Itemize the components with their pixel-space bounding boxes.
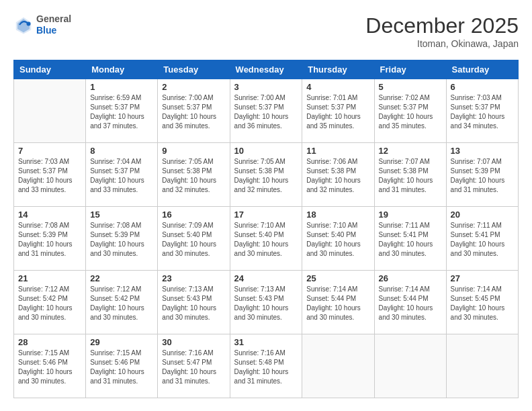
day-info: Sunrise: 7:12 AMSunset: 5:42 PMDaylight:… [90, 285, 153, 322]
location: Itoman, Okinawa, Japan [365, 38, 519, 49]
day-number: 11 [306, 146, 369, 156]
weekday-header-tuesday: Tuesday [158, 60, 230, 79]
day-info: Sunrise: 7:14 AMSunset: 5:45 PMDaylight:… [451, 285, 514, 322]
day-number: 5 [379, 82, 442, 92]
day-info: Sunrise: 7:15 AMSunset: 5:46 PMDaylight:… [18, 349, 81, 386]
day-number: 13 [451, 146, 514, 156]
week-row-5: 28Sunrise: 7:15 AMSunset: 5:46 PMDayligh… [14, 334, 519, 398]
calendar-cell: 12Sunrise: 7:07 AMSunset: 5:38 PMDayligh… [374, 143, 446, 207]
day-info: Sunrise: 7:11 AMSunset: 5:41 PMDaylight:… [379, 221, 442, 259]
day-number: 21 [18, 273, 81, 283]
day-info: Sunrise: 7:12 AMSunset: 5:42 PMDaylight:… [18, 285, 81, 322]
week-row-4: 21Sunrise: 7:12 AMSunset: 5:42 PMDayligh… [14, 271, 519, 334]
calendar-cell: 30Sunrise: 7:16 AMSunset: 5:47 PMDayligh… [158, 334, 230, 398]
calendar-cell: 24Sunrise: 7:13 AMSunset: 5:43 PMDayligh… [230, 271, 302, 334]
calendar-cell: 25Sunrise: 7:14 AMSunset: 5:44 PMDayligh… [302, 271, 374, 334]
day-number: 28 [18, 337, 81, 347]
day-number: 24 [234, 273, 298, 283]
day-number: 31 [234, 337, 298, 347]
day-number: 2 [162, 82, 225, 92]
title-section: December 2025 Itoman, Okinawa, Japan [365, 13, 519, 49]
day-number: 22 [90, 273, 153, 283]
day-number: 4 [306, 82, 369, 92]
day-info: Sunrise: 7:16 AMSunset: 5:47 PMDaylight:… [162, 349, 225, 386]
day-info: Sunrise: 7:04 AMSunset: 5:37 PMDaylight:… [90, 157, 153, 195]
calendar: SundayMondayTuesdayWednesdayThursdayFrid… [13, 60, 519, 398]
day-number: 7 [18, 146, 81, 156]
day-number: 23 [162, 273, 225, 283]
day-info: Sunrise: 7:15 AMSunset: 5:46 PMDaylight:… [90, 349, 153, 386]
day-info: Sunrise: 7:07 AMSunset: 5:38 PMDaylight:… [379, 157, 442, 195]
day-info: Sunrise: 7:16 AMSunset: 5:48 PMDaylight:… [234, 349, 298, 386]
calendar-cell: 7Sunrise: 7:03 AMSunset: 5:37 PMDaylight… [14, 143, 86, 207]
day-info: Sunrise: 7:11 AMSunset: 5:41 PMDaylight:… [451, 221, 514, 259]
logo-general-text: General [36, 13, 71, 25]
svg-point-2 [27, 21, 31, 26]
calendar-cell [446, 334, 518, 398]
day-info: Sunrise: 7:00 AMSunset: 5:37 PMDaylight:… [234, 93, 298, 131]
day-number: 10 [234, 146, 298, 156]
day-info: Sunrise: 7:05 AMSunset: 5:38 PMDaylight:… [234, 157, 298, 195]
calendar-cell [374, 334, 446, 398]
calendar-cell: 15Sunrise: 7:08 AMSunset: 5:39 PMDayligh… [86, 207, 158, 271]
calendar-cell: 26Sunrise: 7:14 AMSunset: 5:44 PMDayligh… [374, 271, 446, 334]
day-number: 27 [451, 273, 514, 283]
calendar-cell: 10Sunrise: 7:05 AMSunset: 5:38 PMDayligh… [230, 143, 302, 207]
calendar-cell: 8Sunrise: 7:04 AMSunset: 5:37 PMDaylight… [86, 143, 158, 207]
calendar-cell: 3Sunrise: 7:00 AMSunset: 5:37 PMDaylight… [230, 79, 302, 143]
calendar-cell: 28Sunrise: 7:15 AMSunset: 5:46 PMDayligh… [14, 334, 86, 398]
day-info: Sunrise: 7:10 AMSunset: 5:40 PMDaylight:… [234, 221, 298, 259]
day-number: 18 [306, 210, 369, 220]
day-number: 30 [162, 337, 225, 347]
calendar-cell: 4Sunrise: 7:01 AMSunset: 5:37 PMDaylight… [302, 79, 374, 143]
day-info: Sunrise: 7:13 AMSunset: 5:43 PMDaylight:… [162, 285, 225, 322]
header: General Blue December 2025 Itoman, Okina… [13, 13, 519, 49]
weekday-header-wednesday: Wednesday [230, 60, 302, 79]
calendar-cell: 29Sunrise: 7:15 AMSunset: 5:46 PMDayligh… [86, 334, 158, 398]
day-number: 12 [379, 146, 442, 156]
calendar-cell [14, 79, 86, 143]
calendar-cell: 5Sunrise: 7:02 AMSunset: 5:37 PMDaylight… [374, 79, 446, 143]
day-info: Sunrise: 7:03 AMSunset: 5:37 PMDaylight:… [18, 157, 81, 195]
week-row-3: 14Sunrise: 7:08 AMSunset: 5:39 PMDayligh… [14, 207, 519, 271]
logo: General Blue [13, 13, 71, 36]
weekday-header-saturday: Saturday [446, 60, 518, 79]
calendar-cell: 13Sunrise: 7:07 AMSunset: 5:39 PMDayligh… [446, 143, 518, 207]
calendar-cell: 11Sunrise: 7:06 AMSunset: 5:38 PMDayligh… [302, 143, 374, 207]
day-info: Sunrise: 7:01 AMSunset: 5:37 PMDaylight:… [306, 93, 369, 131]
week-row-2: 7Sunrise: 7:03 AMSunset: 5:37 PMDaylight… [14, 143, 519, 207]
calendar-cell: 31Sunrise: 7:16 AMSunset: 5:48 PMDayligh… [230, 334, 302, 398]
day-info: Sunrise: 7:09 AMSunset: 5:40 PMDaylight:… [162, 221, 225, 259]
day-number: 6 [451, 82, 514, 92]
day-number: 19 [379, 210, 442, 220]
day-number: 20 [451, 210, 514, 220]
calendar-cell: 22Sunrise: 7:12 AMSunset: 5:42 PMDayligh… [86, 271, 158, 334]
calendar-cell: 19Sunrise: 7:11 AMSunset: 5:41 PMDayligh… [374, 207, 446, 271]
day-number: 8 [90, 146, 153, 156]
day-info: Sunrise: 7:03 AMSunset: 5:37 PMDaylight:… [451, 93, 514, 131]
weekday-header-monday: Monday [86, 60, 158, 79]
day-number: 17 [234, 210, 298, 220]
day-info: Sunrise: 7:05 AMSunset: 5:38 PMDaylight:… [162, 157, 225, 195]
day-info: Sunrise: 7:06 AMSunset: 5:38 PMDaylight:… [306, 157, 369, 195]
day-info: Sunrise: 7:02 AMSunset: 5:37 PMDaylight:… [379, 93, 442, 131]
week-row-1: 1Sunrise: 6:59 AMSunset: 5:37 PMDaylight… [14, 79, 519, 143]
calendar-cell: 18Sunrise: 7:10 AMSunset: 5:40 PMDayligh… [302, 207, 374, 271]
day-info: Sunrise: 6:59 AMSunset: 5:37 PMDaylight:… [90, 93, 153, 131]
weekday-header-thursday: Thursday [302, 60, 374, 79]
calendar-cell: 14Sunrise: 7:08 AMSunset: 5:39 PMDayligh… [14, 207, 86, 271]
day-info: Sunrise: 7:07 AMSunset: 5:39 PMDaylight:… [451, 157, 514, 195]
calendar-cell [302, 334, 374, 398]
calendar-cell: 6Sunrise: 7:03 AMSunset: 5:37 PMDaylight… [446, 79, 518, 143]
calendar-cell: 9Sunrise: 7:05 AMSunset: 5:38 PMDaylight… [158, 143, 230, 207]
day-info: Sunrise: 7:14 AMSunset: 5:44 PMDaylight:… [379, 285, 442, 322]
day-info: Sunrise: 7:08 AMSunset: 5:39 PMDaylight:… [18, 221, 81, 259]
day-number: 9 [162, 146, 225, 156]
day-number: 15 [90, 210, 153, 220]
weekday-header-sunday: Sunday [14, 60, 86, 79]
weekday-header-row: SundayMondayTuesdayWednesdayThursdayFrid… [14, 60, 519, 79]
day-number: 26 [379, 273, 442, 283]
calendar-cell: 27Sunrise: 7:14 AMSunset: 5:45 PMDayligh… [446, 271, 518, 334]
month-title: December 2025 [365, 13, 519, 38]
day-info: Sunrise: 7:08 AMSunset: 5:39 PMDaylight:… [90, 221, 153, 259]
